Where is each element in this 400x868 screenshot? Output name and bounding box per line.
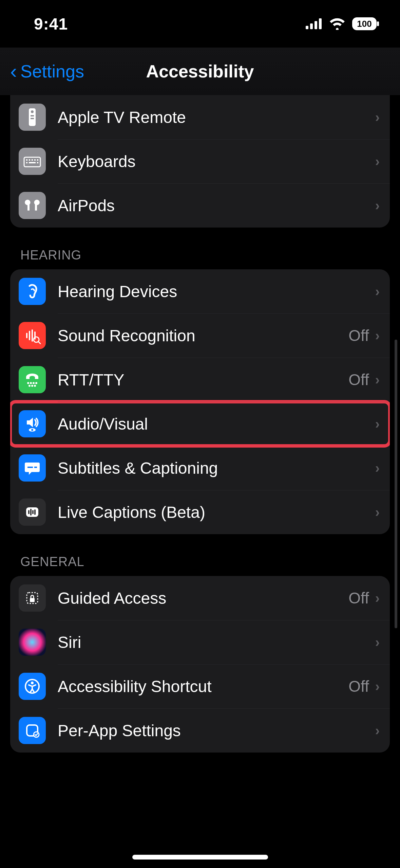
row-label: Apple TV Remote [58,108,375,127]
nav-bar: ‹ Settings Accessibility [0,48,400,95]
svg-rect-12 [29,159,30,161]
svg-point-27 [33,382,35,384]
row-value: Off [348,326,369,345]
row-value: Off [348,370,369,389]
svg-point-33 [31,429,33,431]
audio-visual-icon [19,410,46,437]
back-label: Settings [20,61,84,82]
chevron-right-icon: › [375,154,380,169]
row-live-captions[interactable]: Live Captions (Beta) › [10,490,390,534]
live-captions-icon [19,499,46,526]
chevron-left-icon: ‹ [10,61,17,82]
subtitles-icon [19,454,46,482]
svg-point-28 [35,382,37,384]
svg-rect-1 [310,23,313,29]
status-bar: 9:41 100 [0,0,400,48]
status-icons: 100 [306,17,380,31]
status-time: 9:41 [34,15,68,33]
ear-icon [19,278,46,305]
row-apple-tv-remote[interactable]: Apple TV Remote › [10,95,390,139]
svg-rect-9 [31,118,34,119]
row-rtt-tty[interactable]: RTT/TTY Off › [10,358,390,402]
svg-rect-14 [34,159,36,161]
apple-tv-remote-icon [19,104,46,131]
group-general: Guided Access Off › Siri › Accessibility… [10,576,390,753]
row-subtitles-captioning[interactable]: Subtitles & Captioning › [10,446,390,490]
battery-icon: 100 [352,17,380,31]
group-physical: Apple TV Remote › Keyboards › AirPods › [10,95,390,228]
battery-level: 100 [357,19,372,29]
cellular-signal-icon [306,18,323,29]
svg-point-31 [34,385,36,387]
chevron-right-icon: › [375,505,380,520]
svg-rect-5 [377,21,379,26]
page-title: Accessibility [146,61,254,82]
chevron-right-icon: › [375,110,380,125]
row-label: Audio/Visual [58,415,375,433]
row-label: Siri [58,633,375,652]
row-label: AirPods [58,196,375,215]
svg-rect-42 [30,598,35,602]
svg-rect-15 [37,159,38,161]
svg-point-7 [31,110,34,113]
svg-rect-3 [319,18,322,29]
settings-content: Apple TV Remote › Keyboards › AirPods › … [0,95,400,753]
section-header-hearing: HEARING [10,228,390,269]
svg-rect-8 [31,115,34,116]
row-per-app-settings[interactable]: Per-App Settings › [10,708,390,753]
sound-recognition-icon [19,322,46,349]
guided-access-icon [19,584,46,612]
group-hearing: Hearing Devices › Sound Recognition Off … [10,269,390,534]
row-siri[interactable]: Siri › [10,620,390,664]
chevron-right-icon: › [375,416,380,432]
chevron-right-icon: › [375,460,380,476]
row-accessibility-shortcut[interactable]: Accessibility Shortcut Off › [10,664,390,708]
row-sound-recognition[interactable]: Sound Recognition Off › [10,313,390,358]
accessibility-shortcut-icon [19,673,46,700]
svg-rect-11 [26,159,27,161]
row-label: Accessibility Shortcut [58,677,348,696]
svg-point-29 [28,385,31,387]
section-header-general: GENERAL [10,534,390,576]
wifi-icon [329,18,346,30]
svg-rect-35 [34,467,37,468]
back-button[interactable]: ‹ Settings [10,61,84,82]
row-guided-access[interactable]: Guided Access Off › [10,576,390,620]
row-label: Per-App Settings [58,721,375,740]
svg-rect-34 [27,467,33,468]
svg-line-24 [38,342,40,344]
row-label: Hearing Devices [58,282,375,301]
airpods-icon [19,192,46,219]
svg-point-26 [30,382,32,384]
keyboard-icon [19,148,46,175]
row-airpods[interactable]: AirPods › [10,183,390,228]
chevron-right-icon: › [375,591,380,606]
row-value: Off [348,589,369,607]
chevron-right-icon: › [375,328,380,343]
svg-rect-17 [29,162,36,163]
row-value: Off [348,677,369,695]
svg-point-44 [31,682,34,684]
scroll-indicator[interactable] [395,340,397,628]
svg-point-30 [31,385,33,387]
chevron-right-icon: › [375,723,380,738]
svg-rect-18 [37,162,38,163]
svg-rect-2 [315,21,317,29]
row-keyboards[interactable]: Keyboards › [10,139,390,183]
row-label: Live Captions (Beta) [58,503,375,522]
svg-rect-0 [306,26,308,29]
chevron-right-icon: › [375,372,380,387]
row-label: RTT/TTY [58,370,348,389]
svg-rect-13 [32,159,33,161]
siri-icon [19,629,46,656]
row-label: Guided Access [58,589,348,608]
chevron-right-icon: › [375,679,380,694]
row-hearing-devices[interactable]: Hearing Devices › [10,269,390,313]
svg-point-25 [27,382,29,384]
chevron-right-icon: › [375,284,380,299]
row-label: Keyboards [58,152,375,171]
svg-rect-16 [26,162,27,163]
chevron-right-icon: › [375,198,380,213]
home-indicator[interactable] [132,855,268,860]
row-audio-visual[interactable]: Audio/Visual › [10,402,390,446]
